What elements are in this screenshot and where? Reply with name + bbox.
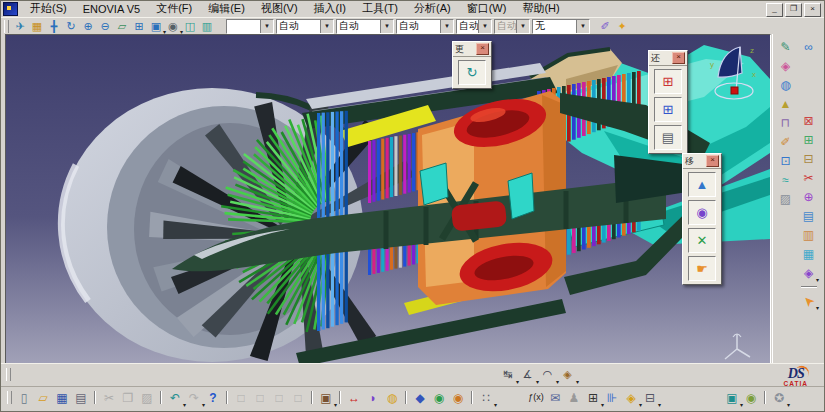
3d-viewport[interactable]: z x y 更 × ↻ 还 × ⊞⊞▤ 移 × [5,34,771,366]
menu-window[interactable]: 窗口(W) [459,0,515,18]
3d-compass[interactable]: z x y [706,43,762,105]
measure-weight-button[interactable]: ⊓ [777,115,794,131]
chevron-down-icon[interactable]: ▼ [478,20,491,33]
section-cut-button[interactable]: ✂ [800,170,817,186]
fast-instantiation-button[interactable]: ∷▾ [477,390,495,406]
apply-material-button[interactable]: ▲ [777,96,794,112]
line-type-combo[interactable]: 自动 ▼ [336,19,394,34]
open-folder-button[interactable]: ▱ [34,390,52,406]
knowledge-toolbar[interactable]: 还 × ⊞⊞▤ [648,50,688,154]
fly-move-button[interactable]: ▲ [688,172,716,197]
normal-view-button[interactable]: ▱ [114,19,130,33]
measure-item-button[interactable]: ∡▾ [518,366,537,383]
close-icon[interactable]: × [672,52,685,64]
save-button[interactable]: ▦ [53,390,71,406]
annotate-pen-button[interactable]: ✐ [777,134,794,150]
hide-show-button[interactable]: ◫ [182,19,198,33]
minimize-button[interactable]: _ [766,3,783,17]
calculator-button[interactable]: ▤ [654,125,682,150]
app-icon[interactable] [3,2,18,16]
comment-message-button[interactable]: ✉ [546,390,564,406]
link-manager-button[interactable]: ∞ [800,39,817,55]
scene-brown-button[interactable]: ⊟ [800,151,817,167]
measure-between-button[interactable]: ↹▾ [498,366,517,383]
whats-this-help-button[interactable]: ? [204,390,222,406]
annotation-balloon-button[interactable]: ◠▾ [538,366,557,383]
manikin-button[interactable]: ♟ [565,390,583,406]
chevron-down-icon[interactable]: ▼ [260,20,273,33]
toolbar-title[interactable]: 还 × [649,51,687,65]
menu-insert[interactable]: 插入(I) [306,0,354,18]
point-style-combo[interactable]: 自动 ▼ [456,19,492,34]
catalog-book-button[interactable]: ◆ [411,390,429,406]
undo-button[interactable]: ↶▾ [166,390,184,406]
multi-view-button[interactable]: ⊞ [131,19,147,33]
measure-inertia-button[interactable]: ◈▾ [558,366,577,383]
paintbrush-style-button[interactable]: ✐ [597,19,613,33]
chevron-down-icon[interactable]: ▼ [576,20,589,33]
menu-view[interactable]: 视图(V) [253,0,306,18]
close-button[interactable]: × [804,3,821,17]
menu-help[interactable]: 帮助(H) [514,0,567,18]
pan-button[interactable]: ╋ [46,19,62,33]
compare-c-button[interactable]: ▦ [800,246,817,262]
chevron-down-icon[interactable]: ▼ [320,20,333,33]
chevron-down-icon[interactable]: ▼ [440,20,453,33]
fit-all-in-button[interactable]: ▦ [29,19,45,33]
shade-box-button[interactable]: ▨ [777,191,794,207]
formula-fx-button[interactable]: ƒ(x) [527,390,545,406]
group-tools-button[interactable]: ◈▾ [800,265,817,281]
menu-start[interactable]: 开始(S) [22,0,75,18]
update-button[interactable]: ↻ [458,60,486,85]
scene-green-button[interactable]: ⊞ [800,132,817,148]
wizard-button[interactable]: ✦ [614,19,630,33]
close-icon[interactable]: × [706,155,719,167]
clash-analysis-button[interactable]: ⊕ [800,189,817,205]
sketcher-button[interactable]: ✎ [777,39,794,55]
swap-visible-space-button[interactable]: ▥ [199,19,215,33]
layer-combo[interactable]: 无 ▼ [532,19,590,34]
knowledge-volume-button[interactable]: ◗ [364,390,382,406]
rotate-button[interactable]: ↻ [63,19,79,33]
dmu-box-button[interactable]: ▣▾ [723,390,741,406]
camera-button[interactable]: ◍ [777,77,794,93]
new-document-button[interactable]: ▯ [15,390,33,406]
fly-mode-button[interactable]: ✈ [12,19,28,33]
select-zone-button[interactable]: ⊡ [777,153,794,169]
line-weight-combo[interactable]: 自动 ▼ [396,19,454,34]
relations-chart-button[interactable]: ⊪ [603,390,621,406]
menu-file[interactable]: 文件(F) [148,0,200,18]
jack-move-button[interactable]: ✕ [688,228,716,253]
toolbar-grip[interactable] [4,20,9,33]
compare-a-button[interactable]: ▤ [800,208,817,224]
menu-enovia[interactable]: ENOVIA V5 [75,2,148,17]
toolbar-grip[interactable] [7,391,12,404]
compare-b-button[interactable]: ▥ [800,227,817,243]
hand-drag-button[interactable]: ☛ [688,256,716,281]
dmu-sphere-button[interactable]: ◉ [742,390,760,406]
shading-mode-button[interactable]: ◉▾ [165,19,181,33]
examine-move-button[interactable]: ◉ [688,200,716,225]
design-table-button[interactable]: ⊞▾ [584,390,602,406]
part-orange-button[interactable]: ◉ [449,390,467,406]
chevron-down-icon[interactable]: ▼ [380,20,393,33]
close-icon[interactable]: × [476,43,489,55]
toolbar-title[interactable]: 更 × [453,42,491,56]
toolbar-title[interactable]: 移 × [683,154,721,168]
zoom-in-button[interactable]: ⊕ [80,19,96,33]
move-toolbar[interactable]: 移 × ▲◉✕☛ [682,153,722,285]
design-table-button[interactable]: ⊞ [654,97,682,122]
fill-color-combo[interactable]: 自动 ▼ [276,19,334,34]
scene-red-button[interactable]: ⊠ [800,113,817,129]
knowledge-lock-button[interactable]: ◈▾ [622,390,640,406]
update-toolbar[interactable]: 更 × ↻ [452,41,492,89]
restore-button[interactable]: ❐ [785,3,802,17]
print-button[interactable]: ▤ [72,390,90,406]
lock-padlock-button[interactable]: ◍ [383,390,401,406]
graphic-props-combo[interactable]: ▼ [226,19,274,34]
menu-tools[interactable]: 工具(T) [354,0,406,18]
menu-edit[interactable]: 编辑(E) [200,0,253,18]
zoom-out-button[interactable]: ⊖ [97,19,113,33]
spline-curve-button[interactable]: ≈ [777,172,794,188]
part-green-button[interactable]: ◉ [430,390,448,406]
